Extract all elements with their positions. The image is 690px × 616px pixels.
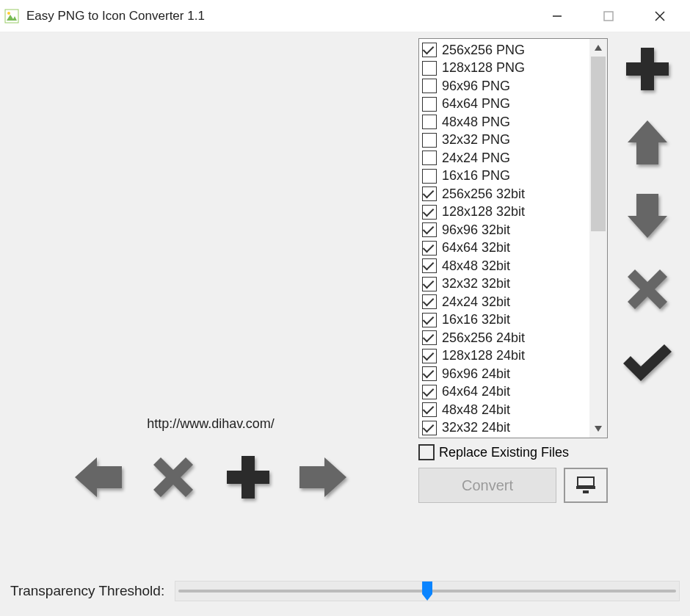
format-label: 96x96 32bit [442, 222, 510, 238]
maximize-button[interactable] [583, 1, 634, 32]
format-label: 16x16 32bit [442, 312, 510, 327]
threshold-label: Transparency Threshold: [10, 583, 164, 599]
format-label: 24x24 32bit [442, 294, 510, 310]
replace-existing-row[interactable]: Replace Existing Files [418, 444, 608, 460]
format-item[interactable]: 128x128 PNG [422, 59, 586, 78]
format-item[interactable]: 24x24 32bit [422, 293, 586, 311]
format-checkbox[interactable] [422, 366, 437, 381]
format-list[interactable]: 256x256 PNG128x128 PNG96x96 PNG64x64 PNG… [418, 38, 608, 438]
format-item[interactable]: 96x96 32bit [422, 221, 586, 239]
format-label: 16x16 PNG [442, 168, 510, 184]
format-item[interactable]: 48x48 24bit [422, 401, 586, 419]
add-format-button[interactable] [621, 43, 674, 95]
format-checkbox[interactable] [422, 277, 437, 291]
move-format-up-button[interactable] [621, 116, 674, 169]
format-checkbox[interactable] [422, 186, 437, 201]
format-label: 128x128 24bit [442, 348, 525, 363]
slider-thumb[interactable] [422, 581, 432, 601]
svg-marker-10 [299, 457, 346, 497]
format-checkbox[interactable] [422, 97, 437, 112]
svg-marker-18 [628, 194, 667, 238]
format-item[interactable]: 16x16 32bit [422, 311, 586, 330]
format-item[interactable]: 128x128 24bit [422, 347, 586, 366]
format-checkbox[interactable] [422, 385, 437, 399]
format-checkbox[interactable] [422, 421, 437, 435]
format-checkbox[interactable] [422, 222, 437, 237]
image-nav-controls [10, 451, 411, 504]
format-item[interactable]: 256x256 24bit [422, 329, 586, 347]
convert-button[interactable]: Convert [418, 468, 556, 503]
client-area: http://www.dihav.com/ [0, 32, 690, 616]
format-checkbox[interactable] [422, 61, 437, 76]
format-label: 256x256 PNG [442, 43, 525, 58]
main-layout: http://www.dihav.com/ [10, 38, 680, 510]
format-item[interactable]: 96x96 PNG [422, 77, 586, 95]
format-label: 64x64 24bit [442, 384, 510, 399]
delete-format-button[interactable] [621, 263, 674, 316]
format-checkbox[interactable] [422, 133, 437, 148]
format-item[interactable]: 256x256 PNG [422, 41, 586, 59]
format-item[interactable]: 64x64 32bit [422, 239, 586, 258]
format-label: 128x128 32bit [442, 204, 525, 220]
format-checkbox[interactable] [422, 205, 437, 220]
previous-image-button[interactable] [72, 451, 125, 504]
format-label: 48x48 PNG [442, 115, 510, 130]
format-checkbox[interactable] [422, 115, 437, 129]
format-item[interactable]: 32x32 24bit [422, 419, 586, 438]
svg-marker-11 [595, 45, 602, 51]
output-folder-button[interactable] [564, 468, 608, 503]
svg-marker-8 [153, 457, 193, 497]
format-checkbox[interactable] [422, 241, 437, 256]
svg-point-2 [7, 12, 10, 15]
threshold-slider[interactable] [175, 581, 680, 601]
list-scrollbar[interactable] [589, 39, 607, 438]
format-checkbox[interactable] [422, 402, 437, 417]
format-label: 32x32 32bit [442, 276, 510, 291]
format-item[interactable]: 32x32 PNG [422, 131, 586, 150]
website-link[interactable]: http://www.dihav.com/ [10, 416, 411, 432]
format-label: 256x256 24bit [442, 330, 525, 346]
svg-marker-17 [628, 120, 667, 164]
format-item[interactable]: 48x48 32bit [422, 257, 586, 275]
replace-existing-label: Replace Existing Files [439, 445, 569, 460]
remove-image-button[interactable] [147, 451, 200, 504]
move-format-down-button[interactable] [621, 189, 674, 242]
format-checkbox[interactable] [422, 294, 437, 309]
replace-existing-checkbox[interactable] [418, 444, 435, 460]
next-image-button[interactable] [297, 451, 349, 504]
format-item[interactable]: 128x128 32bit [422, 203, 586, 222]
convert-row: Convert [418, 468, 608, 503]
scrollbar-track[interactable] [589, 57, 607, 420]
format-checkbox[interactable] [422, 79, 437, 93]
format-item[interactable]: 24x24 PNG [422, 149, 586, 167]
format-checkbox[interactable] [422, 43, 437, 57]
format-checkbox[interactable] [422, 258, 437, 273]
scroll-up-button[interactable] [589, 39, 607, 57]
svg-marker-7 [75, 457, 122, 497]
format-item[interactable]: 64x64 24bit [422, 383, 586, 402]
format-list-inner: 256x256 PNG128x128 PNG96x96 PNG64x64 PNG… [419, 39, 589, 438]
svg-rect-14 [578, 477, 594, 486]
format-checkbox[interactable] [422, 330, 437, 345]
close-button[interactable] [634, 1, 686, 32]
format-item[interactable]: 64x64 PNG [422, 95, 586, 114]
scroll-down-button[interactable] [589, 420, 607, 438]
format-checkbox[interactable] [422, 349, 437, 363]
svg-marker-9 [227, 456, 269, 499]
format-item[interactable]: 16x16 PNG [422, 167, 586, 186]
apply-formats-button[interactable] [621, 336, 674, 389]
format-label: 48x48 32bit [442, 258, 510, 274]
slider-track [178, 590, 676, 593]
format-item[interactable]: 32x32 32bit [422, 275, 586, 294]
format-item[interactable]: 256x256 32bit [422, 185, 586, 203]
scrollbar-thumb[interactable] [591, 57, 606, 231]
format-label: 24x24 PNG [442, 151, 510, 166]
format-item[interactable]: 96x96 24bit [422, 365, 586, 383]
format-edit-buttons [615, 38, 680, 510]
format-item[interactable]: 48x48 PNG [422, 113, 586, 131]
format-checkbox[interactable] [422, 151, 437, 165]
format-checkbox[interactable] [422, 169, 437, 184]
format-checkbox[interactable] [422, 313, 437, 327]
add-image-button[interactable] [222, 451, 275, 504]
minimize-button[interactable] [531, 1, 583, 32]
